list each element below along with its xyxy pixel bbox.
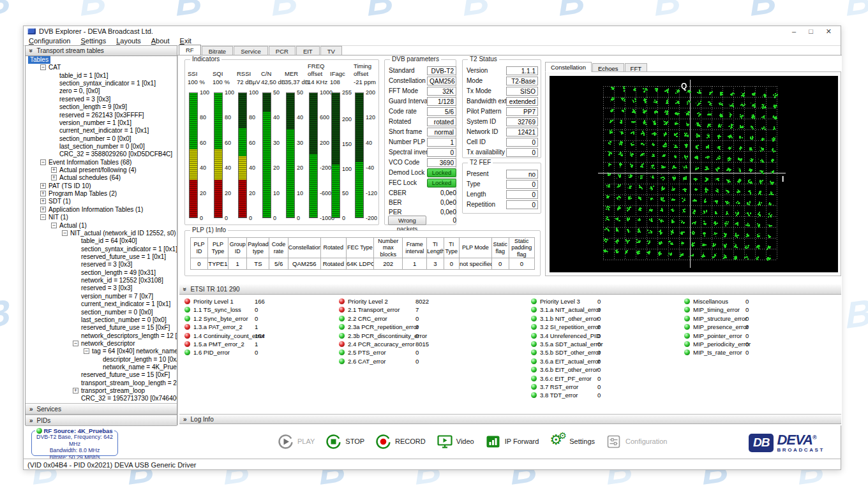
tree-row[interactable]: reserved = 3 [0x3] (26, 96, 177, 103)
tree-row[interactable]: reserved_future_use = 15 [0xF] (26, 371, 177, 379)
tab-pcr[interactable]: PCR (269, 46, 296, 55)
tree-row[interactable]: section_syntax_indicator = 1 [0x1] (26, 246, 177, 253)
tab-eit[interactable]: EIT (296, 46, 320, 55)
menu-item-configuration[interactable]: Configuration (29, 37, 70, 45)
tree-row[interactable]: zero = 0, [0x0] (26, 87, 177, 95)
tree-row[interactable]: reserved_future_use = 15 [0xF] (26, 324, 177, 332)
tree-row[interactable]: network_descriptors_length = 12 [0xC] (26, 332, 177, 340)
fec-lock-button[interactable]: Locked (427, 179, 456, 188)
tree-row[interactable]: +PAT (TS ID 10) (26, 182, 177, 190)
toolbar-button-stop[interactable]: STOP (326, 434, 364, 450)
tree-item-label[interactable]: section_length = 9 [0x9] (59, 103, 127, 111)
tree-item-label[interactable]: network_descriptor (81, 340, 135, 348)
tree-collapse-icon[interactable]: − (62, 230, 68, 236)
tree-row[interactable]: transport_stream_loop_length = 24 [0x18] (26, 379, 177, 387)
toolbar-button-video[interactable]: Video (437, 434, 474, 450)
tree-row[interactable]: last_section_number = 0 [0x0] (26, 143, 177, 151)
tree-item-label[interactable]: reserved_future_use = 1 [0x1] (81, 253, 166, 261)
tree-row[interactable]: −Actual (1) (26, 222, 177, 230)
menu-item-exit[interactable]: Exit (180, 37, 191, 45)
tree-item-label[interactable]: network_name = 4K_Pruebas (103, 364, 177, 371)
tree-item-label[interactable]: reserved = 3 [0x3] (81, 261, 132, 269)
tree-item-label[interactable]: version_number = 1 [0x1] (59, 119, 131, 127)
tree-row[interactable]: +Actual schedules (64) (26, 174, 177, 182)
tree-row[interactable]: +SDT (1) (26, 198, 177, 205)
tree-item-label[interactable]: section_length = 49 [0x31] (81, 269, 156, 277)
tree-row[interactable]: section_length = 9 [0x9] (26, 103, 177, 111)
tree-item-label[interactable]: descriptor_length = 10 [0xA] (103, 356, 177, 364)
tree-row[interactable]: −network_descriptor (26, 340, 177, 348)
tree-item-label[interactable]: Application Information Tables (1) (49, 206, 143, 214)
tab-fft[interactable]: FFT (625, 63, 647, 72)
tree-item-label[interactable]: reserved = 262143 [0x3FFFF] (59, 112, 144, 119)
tree-row[interactable]: section_length = 49 [0x31] (26, 269, 177, 277)
tree-row[interactable]: −NIT (1) (26, 214, 177, 221)
tree-item-label[interactable]: CAT (49, 64, 61, 71)
tree-expand-icon[interactable]: + (51, 167, 57, 173)
tree-item-label[interactable]: transport_stream_loop_length = 24 [0x18] (81, 379, 177, 387)
tree-row[interactable]: Tables (26, 56, 177, 64)
tab-rf[interactable]: RF (179, 45, 201, 55)
tree-item-label[interactable]: Actual schedules (64) (59, 174, 121, 182)
etsi-section-header[interactable]: » ETSI TR 101 290 (179, 284, 841, 295)
tree-collapse-icon[interactable]: − (84, 348, 89, 354)
demod-lock-button[interactable]: Locked (427, 168, 456, 177)
tree-row[interactable]: table_id = 1 [0x1] (26, 72, 177, 80)
tree-collapse-icon[interactable]: − (73, 341, 79, 346)
tree-collapse-icon[interactable]: − (40, 64, 46, 70)
tree-expand-icon[interactable]: + (51, 175, 57, 180)
tree-item-label[interactable]: tag = 64 [0x40] network_name_descriptor (92, 348, 177, 355)
tree-item-label[interactable]: zero = 0, [0x0] (59, 87, 100, 95)
tree-row[interactable]: network_name = 4K_Pruebas (26, 364, 177, 371)
tree-expand-icon[interactable]: + (40, 191, 46, 196)
tree-expand-icon[interactable]: + (73, 388, 79, 394)
tree-row[interactable]: +Actual present/following (4) (26, 166, 177, 174)
tree-item-label[interactable]: current_next_indicator = 1 [0x1] (59, 127, 149, 135)
tree-item-label[interactable]: Actual (1) (59, 222, 87, 230)
tab-constellation[interactable]: Constellation (545, 62, 592, 72)
tree-item-label[interactable]: network_id = 12552 [0x3108] (81, 277, 163, 284)
tree-item-label[interactable]: Program Map Tables (2) (49, 190, 117, 198)
tree-item-label[interactable]: NIT (1) (49, 214, 68, 221)
tree-item-label[interactable]: current_next_indicator = 1 [0x1] (81, 300, 170, 308)
tree-row[interactable]: version_number = 1 [0x1] (26, 119, 177, 127)
tree-item-label[interactable]: section_syntax_indicator = 1 [0x1] (59, 80, 156, 87)
tree-expand-icon[interactable]: + (40, 183, 46, 189)
tree-expand-icon[interactable]: + (40, 207, 46, 212)
tree-row[interactable]: +Program Map Tables (2) (26, 190, 177, 198)
tree-item-label[interactable]: PAT (TS ID 10) (49, 182, 91, 190)
tree-item-label[interactable]: transport_stream_loop (81, 387, 145, 395)
tree-item-label[interactable]: section_number = 0 [0x0] (81, 309, 153, 316)
minimize-button[interactable]: – (792, 27, 796, 36)
tree-row[interactable]: −tag = 64 [0x40] network_name_descriptor (26, 348, 177, 355)
tree-row[interactable]: −CAT (26, 64, 177, 71)
tree-row[interactable]: reserved = 262143 [0x3FFFF] (26, 112, 177, 119)
tree-row[interactable]: current_next_indicator = 1 [0x1] (26, 127, 177, 135)
tree-row[interactable]: +transport_stream_loop (26, 387, 177, 395)
tree-row[interactable]: last_section_number = 0 [0x0] (26, 316, 177, 324)
tree-item-label[interactable]: reserved_future_use = 15 [0xF] (81, 371, 170, 379)
tab-service[interactable]: Service (234, 46, 268, 55)
tree-item-label[interactable]: Tables (28, 56, 50, 64)
tree-item-label[interactable]: table_id = 1 [0x1] (59, 72, 108, 80)
menu-item-settings[interactable]: Settings (80, 37, 106, 45)
log-info-section-header[interactable]: » Log Info (179, 414, 841, 424)
tree-expand-icon[interactable]: + (40, 198, 46, 204)
menu-item-layouts[interactable]: Layouts (116, 37, 141, 45)
toolbar-button-ip-forward[interactable]: IP Forward (485, 434, 539, 450)
tree-item-label[interactable]: reserved = 3 [0x3] (81, 284, 132, 292)
tree-row[interactable]: section_number = 0 [0x0] (26, 309, 177, 316)
menu-item-about[interactable]: About (151, 37, 170, 45)
transport-stream-tables-header[interactable]: » Transport stream tables (26, 46, 177, 56)
tree-row[interactable]: reserved_future_use = 1 [0x1] (26, 253, 177, 261)
tree-row[interactable]: +Application Information Tables (1) (26, 206, 177, 214)
tree-row[interactable]: −Event Information Tables (68) (26, 159, 177, 166)
tree-item-label[interactable]: network_descriptors_length = 12 [0xC] (81, 332, 177, 340)
tab-echoes[interactable]: Echoes (592, 63, 624, 72)
tree-item-label[interactable]: CRC_32 = 3588029260 [0xD5DCFB4C] (59, 151, 172, 158)
tree-row[interactable]: current_next_indicator = 1 [0x1] (26, 300, 177, 308)
tree-collapse-icon[interactable]: − (40, 214, 46, 220)
tree-item-label[interactable]: Event Information Tables (68) (49, 159, 131, 166)
tree-row[interactable]: section_syntax_indicator = 1 [0x1] (26, 80, 177, 87)
tree-item-label[interactable]: reserved = 3 [0x3] (59, 96, 110, 103)
